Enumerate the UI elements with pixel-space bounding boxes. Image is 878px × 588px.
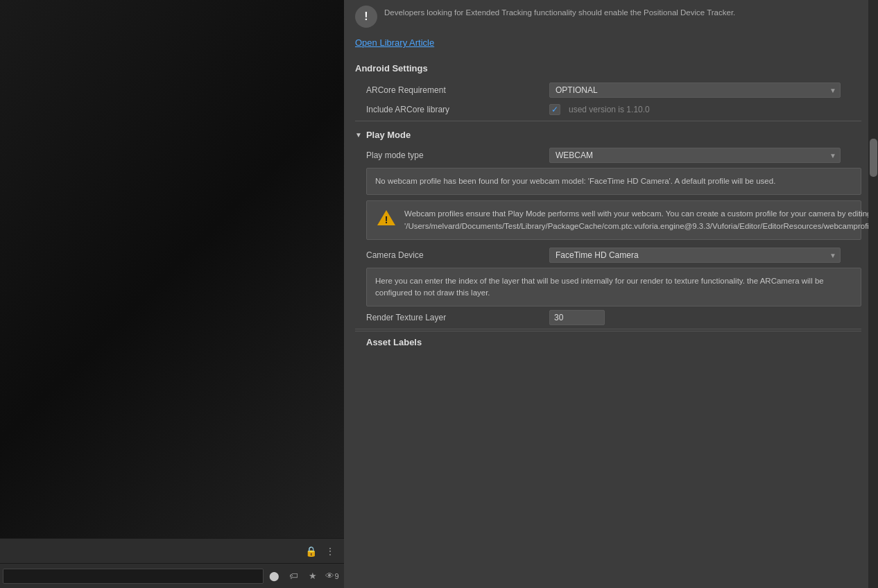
play-mode-type-select[interactable]: WEBCAM DEVICE [549, 148, 841, 163]
include-arcore-control: ✓ used version is 1.10.0 [549, 104, 650, 115]
camera-device-control: FaceTime HD Camera ▼ [549, 248, 861, 263]
viewport-canvas [0, 0, 344, 538]
viewport [0, 0, 344, 538]
info-text: Developers looking for Extended Tracking… [384, 6, 735, 19]
filter-all-button[interactable]: ⬤ [265, 567, 283, 585]
render-texture-layer-label: Render Texture Layer [355, 313, 549, 322]
filter-eye-button[interactable]: 👁 9 [323, 567, 341, 585]
play-mode-type-row: Play mode type WEBCAM DEVICE ▼ [355, 146, 861, 165]
arcore-requirement-dropdown-wrapper: OPTIONAL REQUIRED NOT_REQUIRED ▼ [549, 83, 841, 98]
play-mode-type-dropdown-wrapper: WEBCAM DEVICE ▼ [549, 148, 841, 163]
arcore-requirement-row: ARCore Requirement OPTIONAL REQUIRED NOT… [355, 80, 861, 100]
play-mode-title: Play Mode [366, 130, 411, 140]
webcam-warning-text: Webcam profiles ensure that Play Mode pe… [404, 208, 878, 232]
filter-star-button[interactable]: ★ [304, 567, 322, 585]
search-bar-row: ⬤ 🏷 ★ 👁 9 [0, 563, 344, 588]
svg-text:!: ! [385, 214, 388, 225]
right-scrollbar[interactable] [868, 0, 878, 588]
checkmark-icon: ✓ [551, 105, 558, 114]
filter-tag-button[interactable]: 🏷 [284, 567, 302, 585]
webcam-warning-box: ! Webcam profiles ensure that Play Mode … [366, 200, 861, 240]
lock-button[interactable]: 🔒 [302, 543, 319, 560]
render-texture-layer-input[interactable] [549, 310, 605, 325]
android-settings-header: Android Settings [355, 58, 861, 80]
camera-device-row: Camera Device FaceTime HD Camera ▼ [355, 245, 861, 265]
play-mode-type-label: Play mode type [355, 150, 549, 160]
more-options-button[interactable]: ⋮ [322, 543, 338, 560]
render-texture-layer-control [549, 310, 861, 325]
info-icon: ! [355, 6, 377, 28]
render-texture-info-box: Here you can enter the index of the laye… [366, 268, 861, 307]
scrollbar-thumb[interactable] [870, 139, 877, 177]
include-arcore-checkbox[interactable]: ✓ [549, 104, 560, 115]
library-article-link[interactable]: Open Library Article [355, 35, 434, 58]
content-area: ! Developers looking for Extended Tracki… [344, 0, 878, 588]
arcore-requirement-select[interactable]: OPTIONAL REQUIRED NOT_REQUIRED [549, 83, 841, 98]
info-block: ! Developers looking for Extended Tracki… [355, 0, 861, 35]
camera-device-label: Camera Device [355, 250, 549, 260]
warning-triangle-icon: ! [377, 209, 396, 227]
divider-1 [355, 121, 861, 121]
camera-device-select[interactable]: FaceTime HD Camera [549, 248, 841, 263]
play-mode-collapse-icon: ▼ [355, 131, 362, 139]
eye-count-badge: 9 [334, 572, 338, 580]
no-webcam-message-box: No webcam profile has been found for you… [366, 168, 861, 195]
arcore-version-text: used version is 1.10.0 [569, 105, 650, 114]
arcore-requirement-control: OPTIONAL REQUIRED NOT_REQUIRED ▼ [549, 83, 861, 98]
warning-icon: ! [375, 208, 397, 227]
include-arcore-label: Include ARCore library [355, 105, 549, 114]
left-panel: 🔒 ⋮ ⬤ 🏷 ★ 👁 9 [0, 0, 344, 588]
render-texture-layer-row: Render Texture Layer [355, 308, 861, 327]
include-arcore-row: Include ARCore library ✓ used version is… [355, 100, 861, 119]
play-mode-type-control: WEBCAM DEVICE ▼ [549, 148, 861, 163]
asset-labels-header: Asset Labels [355, 331, 861, 353]
right-panel: ! Developers looking for Extended Tracki… [344, 0, 878, 588]
camera-device-dropdown-wrapper: FaceTime HD Camera ▼ [549, 248, 841, 263]
toolbar-bottom: 🔒 ⋮ [0, 538, 344, 563]
play-mode-header[interactable]: ▼ Play Mode [355, 123, 861, 146]
arcore-requirement-label: ARCore Requirement [355, 85, 549, 95]
search-input[interactable] [3, 569, 264, 584]
divider-2 [355, 329, 861, 329]
